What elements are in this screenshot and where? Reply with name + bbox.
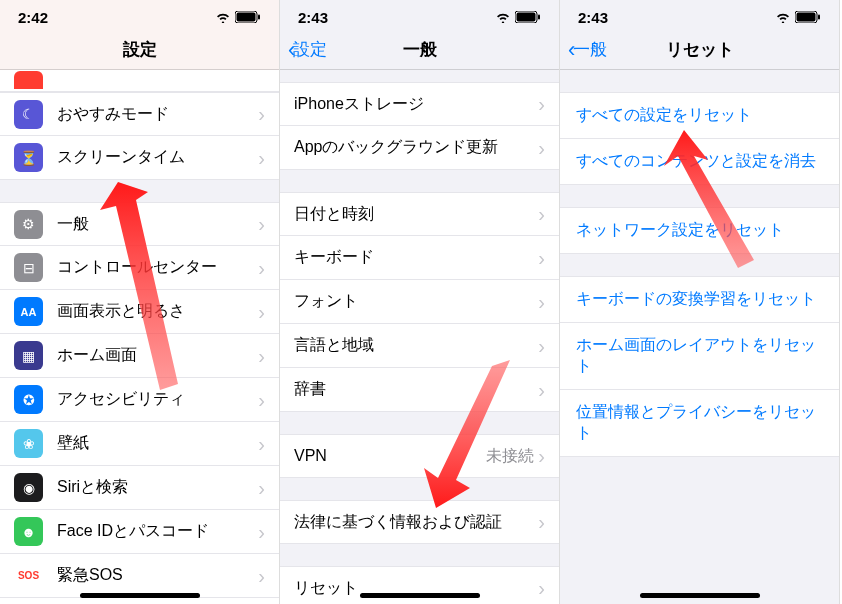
status-bar: 2:43 (280, 0, 559, 30)
row-icon: ❀ (14, 429, 43, 458)
list-item[interactable]: 日付と時刻› (280, 192, 559, 236)
screen-settings: 2:42 設定 ☾おやすみモード›⏳スクリーンタイム› ⚙一般›⊟コントロールセ… (0, 0, 280, 604)
reset-action[interactable]: すべての設定をリセット (560, 92, 839, 139)
row-label: 画面表示と明るさ (57, 301, 258, 322)
nav-bar: ‹ 一般 リセット (560, 30, 839, 70)
time: 2:43 (298, 9, 328, 26)
home-indicator[interactable] (640, 593, 760, 598)
chevron-right-icon: › (258, 346, 265, 366)
list-item[interactable]: ⚙一般› (0, 202, 279, 246)
reset-action[interactable]: 位置情報とプライバシーをリセット (560, 390, 839, 457)
list-item[interactable]: ☾おやすみモード› (0, 92, 279, 136)
row-label: 緊急SOS (57, 565, 258, 586)
svg-rect-6 (538, 14, 540, 19)
screen-general: 2:43 ‹ 設定 一般 iPhoneストレージ›Appのバックグラウンド更新›… (280, 0, 560, 604)
chevron-right-icon: › (258, 566, 265, 586)
svg-rect-10 (818, 14, 820, 19)
list-item[interactable]: Appのバックグラウンド更新› (280, 126, 559, 170)
reset-action[interactable]: キーボードの変換学習をリセット (560, 276, 839, 323)
chevron-right-icon: › (258, 214, 265, 234)
row-detail: 未接続 (486, 446, 534, 467)
row-icon: ☻ (14, 517, 43, 546)
chevron-right-icon: › (258, 148, 265, 168)
status-bar: 2:43 (560, 0, 839, 30)
list-item[interactable]: ⏳スクリーンタイム› (0, 136, 279, 180)
back-label: 設定 (293, 38, 327, 61)
chevron-right-icon: › (538, 380, 545, 400)
list-item[interactable]: キーボード› (280, 236, 559, 280)
svg-rect-5 (517, 12, 536, 21)
page-title: 一般 (403, 38, 437, 61)
page-title: 設定 (123, 38, 157, 61)
row-label: 言語と地域 (294, 335, 538, 356)
row-icon: AA (14, 297, 43, 326)
row-label: Appのバックグラウンド更新 (294, 137, 538, 158)
page-title: リセット (666, 38, 734, 61)
row-label: 一般 (57, 214, 258, 235)
settings-list[interactable]: ☾おやすみモード›⏳スクリーンタイム› ⚙一般›⊟コントロールセンター›AA画面… (0, 70, 279, 604)
row-label: おやすみモード (57, 104, 258, 125)
row-icon: ☾ (14, 100, 43, 129)
back-button[interactable]: ‹ 一般 (568, 38, 607, 61)
battery-icon (795, 9, 821, 26)
list-item-truncated[interactable] (0, 70, 279, 92)
time: 2:42 (18, 9, 48, 26)
chevron-right-icon: › (538, 204, 545, 224)
home-indicator[interactable] (360, 593, 480, 598)
back-button[interactable]: ‹ 設定 (288, 38, 327, 61)
svg-rect-1 (237, 12, 256, 21)
status-icons (215, 9, 261, 26)
list-item[interactable]: VPN未接続› (280, 434, 559, 478)
reset-action[interactable]: ホーム画面のレイアウトをリセット (560, 323, 839, 390)
list-item[interactable]: ◉Siriと検索› (0, 466, 279, 510)
nav-bar: 設定 (0, 30, 279, 70)
row-label: フォント (294, 291, 538, 312)
list-item[interactable]: AA画面表示と明るさ› (0, 290, 279, 334)
chevron-right-icon: › (538, 578, 545, 598)
chevron-right-icon: › (538, 446, 545, 466)
row-label: Siriと検索 (57, 477, 258, 498)
svg-rect-2 (258, 14, 260, 19)
list-item[interactable]: iPhoneストレージ› (280, 82, 559, 126)
list-item[interactable]: リセット› (280, 566, 559, 604)
row-label: 法律に基づく情報および認証 (294, 512, 538, 533)
list-item[interactable]: ⊟コントロールセンター› (0, 246, 279, 290)
list-item[interactable]: 辞書› (280, 368, 559, 412)
screen-reset: 2:43 ‹ 一般 リセット すべての設定をリセットすべてのコンテンツと設定を消… (560, 0, 840, 604)
list-item[interactable]: ❀壁紙› (0, 422, 279, 466)
list-item[interactable]: 言語と地域› (280, 324, 559, 368)
reset-action[interactable]: すべてのコンテンツと設定を消去 (560, 139, 839, 185)
wifi-icon (775, 9, 791, 26)
row-icon: ▦ (14, 341, 43, 370)
row-label: 辞書 (294, 379, 538, 400)
chevron-right-icon: › (538, 94, 545, 114)
list-item[interactable]: ✪アクセシビリティ› (0, 378, 279, 422)
time: 2:43 (578, 9, 608, 26)
general-list[interactable]: iPhoneストレージ›Appのバックグラウンド更新› 日付と時刻›キーボード›… (280, 70, 559, 604)
row-label: アクセシビリティ (57, 389, 258, 410)
row-label: iPhoneストレージ (294, 94, 538, 115)
list-item[interactable]: ✱接触通知› (0, 598, 279, 604)
notifications-icon (14, 71, 43, 89)
chevron-right-icon: › (538, 248, 545, 268)
wifi-icon (495, 9, 511, 26)
chevron-right-icon: › (258, 434, 265, 454)
svg-rect-9 (797, 12, 816, 21)
row-icon: ⊟ (14, 253, 43, 282)
list-item[interactable]: 法律に基づく情報および認証› (280, 500, 559, 544)
list-item[interactable]: フォント› (280, 280, 559, 324)
list-item[interactable]: ▦ホーム画面› (0, 334, 279, 378)
chevron-right-icon: › (258, 302, 265, 322)
reset-list[interactable]: すべての設定をリセットすべてのコンテンツと設定を消去 ネットワーク設定をリセット… (560, 70, 839, 604)
home-indicator[interactable] (80, 593, 200, 598)
status-icons (775, 9, 821, 26)
row-label: ホーム画面 (57, 345, 258, 366)
row-icon: ◉ (14, 473, 43, 502)
chevron-right-icon: › (538, 512, 545, 532)
chevron-right-icon: › (258, 522, 265, 542)
row-label: コントロールセンター (57, 257, 258, 278)
list-item[interactable]: SOS緊急SOS› (0, 554, 279, 598)
nav-bar: ‹ 設定 一般 (280, 30, 559, 70)
reset-action[interactable]: ネットワーク設定をリセット (560, 207, 839, 254)
list-item[interactable]: ☻Face IDとパスコード› (0, 510, 279, 554)
